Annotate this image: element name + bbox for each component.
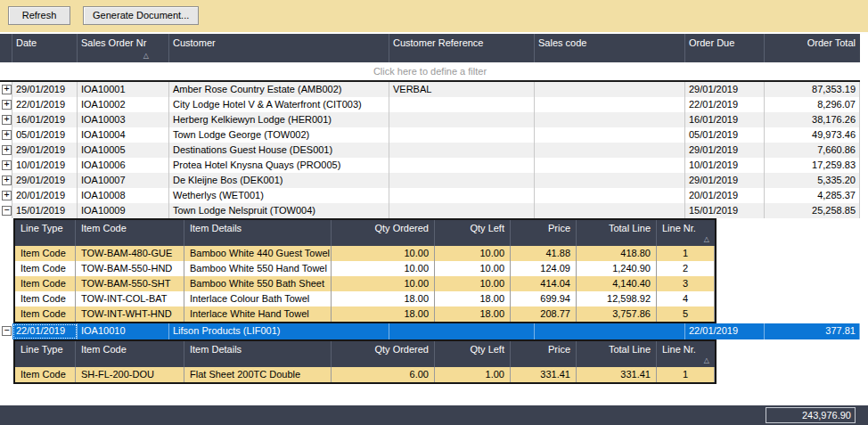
column-header-order-total[interactable]: Order Total — [765, 34, 860, 62]
line-column-header-total-line[interactable]: Total Line — [577, 220, 657, 246]
order-customer-cell: Destinations Guest House (DES001) — [169, 143, 389, 158]
order-customer-ref-cell — [389, 97, 535, 112]
line-line-nr-cell: 1 — [657, 246, 715, 261]
line-item-code-cell: TOW-BAM-480-GUE — [76, 246, 184, 261]
order-lines-subtable: Line TypeItem CodeItem DetailsQty Ordere… — [13, 339, 717, 384]
order-row[interactable]: +10/01/2019IOA10006Protea Hotel Knysna Q… — [0, 158, 860, 173]
order-sales-code-cell — [535, 188, 685, 203]
column-header-sales-order-nr[interactable]: Sales Order Nr △ — [78, 34, 169, 62]
collapse-row-button[interactable]: − — [2, 206, 12, 216]
order-customer-cell: Town Lodge Nelspruit (TOW004) — [169, 203, 389, 218]
line-column-header-line-type[interactable]: Line Type — [15, 341, 76, 367]
line-column-header-line-nr[interactable]: Line Nr.△ — [657, 341, 715, 367]
line-line-type-cell: Item Code — [15, 306, 76, 322]
order-order-total-cell: 8,296.07 — [765, 97, 860, 112]
expand-row-button[interactable]: + — [2, 176, 12, 185]
line-column-header-label: Item Details — [190, 344, 242, 355]
line-line-nr-cell: 4 — [657, 291, 715, 306]
line-column-header-qty-ordered[interactable]: Qty Ordered — [332, 220, 435, 246]
line-column-header-item-code[interactable]: Item Code — [76, 341, 184, 367]
line-item-details-cell: Flat Sheet 200TC Double — [184, 367, 332, 382]
order-sales-code-cell — [535, 97, 685, 112]
expand-row-button[interactable]: + — [2, 145, 12, 155]
filter-hint-label: Click here to define a filter — [373, 66, 487, 77]
line-column-header-item-details[interactable]: Item Details — [184, 341, 332, 367]
line-column-header-label: Item Code — [81, 344, 127, 355]
generate-document-button[interactable]: Generate Document... — [83, 6, 199, 25]
line-qty-ordered-cell: 10.00 — [332, 246, 435, 261]
order-customer-ref-cell — [389, 127, 535, 143]
order-date-cell: 22/01/2019 — [12, 97, 78, 112]
column-header-customer[interactable]: Customer — [169, 34, 389, 62]
collapse-row-button[interactable]: − — [2, 326, 12, 336]
line-column-header-label: Qty Left — [470, 223, 504, 233]
line-item-row[interactable]: Item CodeTOW-BAM-550-SHTBamboo White 550… — [15, 276, 715, 291]
expand-row-button[interactable]: + — [2, 160, 12, 170]
line-price-cell: 414.04 — [511, 276, 577, 291]
line-column-header-line-type[interactable]: Line Type — [15, 220, 76, 246]
order-row[interactable]: +29/01/2019IOA10007De Kleijne Bos (DEK00… — [0, 173, 860, 188]
line-column-header-item-code[interactable]: Item Code — [76, 220, 184, 246]
order-sales-order-nr-cell: IOA10002 — [78, 97, 169, 112]
line-qty-left-cell: 10.00 — [435, 246, 511, 261]
order-customer-cell: Herberg Kelkiewyn Lodge (HER001) — [169, 112, 389, 127]
line-column-header-label: Price — [548, 223, 570, 233]
line-item-row[interactable]: Item CodeSH-FL-200-DOUFlat Sheet 200TC D… — [15, 367, 715, 382]
expand-row-button[interactable]: + — [2, 85, 12, 94]
order-sales-code-cell — [535, 127, 685, 143]
expand-cell: + — [0, 127, 12, 143]
line-column-header-label: Line Type — [20, 344, 63, 355]
line-item-details-cell: Bamboo White 550 Bath Sheet — [184, 276, 332, 291]
order-row[interactable]: +29/01/2019IOA10005Destinations Guest Ho… — [0, 143, 860, 158]
order-row[interactable]: +05/01/2019IOA10004Town Lodge George (TO… — [0, 127, 860, 143]
order-row[interactable]: +16/01/2019IOA10003Herberg Kelkiewyn Lod… — [0, 112, 860, 127]
order-row[interactable]: +20/01/2019IOA10008Wetherlys (WET001)20/… — [0, 188, 860, 203]
line-item-row[interactable]: Item CodeTOW-INT-WHT-HNDInterlace White … — [15, 306, 715, 322]
order-sales-order-nr-cell: IOA10007 — [78, 173, 169, 188]
order-sales-code-cell — [535, 112, 685, 127]
expand-cell: − — [0, 323, 12, 339]
order-row[interactable]: +29/01/2019IOA10001Amber Rose Country Es… — [0, 82, 860, 97]
line-column-header-price[interactable]: Price — [511, 341, 577, 367]
expand-row-button[interactable]: + — [2, 191, 12, 200]
line-column-header-label: Price — [548, 344, 570, 355]
expand-row-button[interactable]: + — [2, 115, 12, 125]
line-line-type-cell: Item Code — [15, 261, 76, 276]
line-item-details-cell: Bamboo White 550 Hand Towel — [184, 261, 332, 276]
line-column-header-label: Qty Ordered — [374, 344, 429, 355]
refresh-button[interactable]: Refresh — [8, 6, 70, 25]
expand-cell: + — [0, 158, 12, 173]
order-row[interactable]: −15/01/2019IOA10009Town Lodge Nelspruit … — [0, 203, 860, 218]
order-customer-cell: Wetherlys (WET001) — [169, 188, 389, 203]
line-column-header-label: Item Details — [190, 223, 242, 233]
line-item-row[interactable]: Item CodeTOW-BAM-480-GUEBamboo White 440… — [15, 246, 715, 261]
line-column-header-line-nr[interactable]: Line Nr.△ — [657, 220, 715, 246]
line-item-row[interactable]: Item CodeTOW-BAM-550-HNDBamboo White 550… — [15, 261, 715, 276]
order-row[interactable]: +22/01/2019IOA10002City Lodge Hotel V & … — [0, 97, 860, 112]
line-column-header-qty-ordered[interactable]: Qty Ordered — [332, 341, 435, 367]
line-item-row[interactable]: Item CodeTOW-INT-COL-BATInterlace Colour… — [15, 291, 715, 306]
order-customer-cell: Town Lodge George (TOW002) — [169, 127, 389, 143]
line-column-header-price[interactable]: Price — [511, 220, 577, 246]
column-header-customer-reference[interactable]: Customer Reference — [389, 34, 535, 62]
filter-row[interactable]: Click here to define a filter — [0, 62, 860, 82]
order-row[interactable]: −22/01/2019IOA10010Lifson Products (LIF0… — [0, 323, 860, 339]
expand-row-button[interactable]: + — [2, 130, 12, 140]
line-column-header-label: Line Nr. — [662, 344, 696, 355]
line-total-line-cell: 3,757.86 — [577, 306, 657, 322]
line-column-header-qty-left[interactable]: Qty Left — [435, 220, 511, 246]
line-column-header-qty-left[interactable]: Qty Left — [435, 341, 511, 367]
column-header-date[interactable]: Date — [12, 34, 78, 62]
column-header-order-due[interactable]: Order Due — [685, 34, 765, 62]
order-date-cell: 29/01/2019 — [12, 173, 78, 188]
line-column-header-label: Qty Left — [470, 344, 504, 355]
order-order-total-cell: 4,285.37 — [765, 188, 860, 203]
order-sales-code-cell — [535, 158, 685, 173]
line-column-header-item-details[interactable]: Item Details — [184, 220, 332, 246]
column-header-sales-code[interactable]: Sales code — [535, 34, 685, 62]
order-date-cell: 29/01/2019 — [12, 143, 78, 158]
order-date-cell: 05/01/2019 — [12, 127, 78, 143]
line-column-header-total-line[interactable]: Total Line — [577, 341, 657, 367]
expand-row-button[interactable]: + — [2, 100, 12, 110]
order-order-due-cell: 16/01/2019 — [685, 112, 765, 127]
